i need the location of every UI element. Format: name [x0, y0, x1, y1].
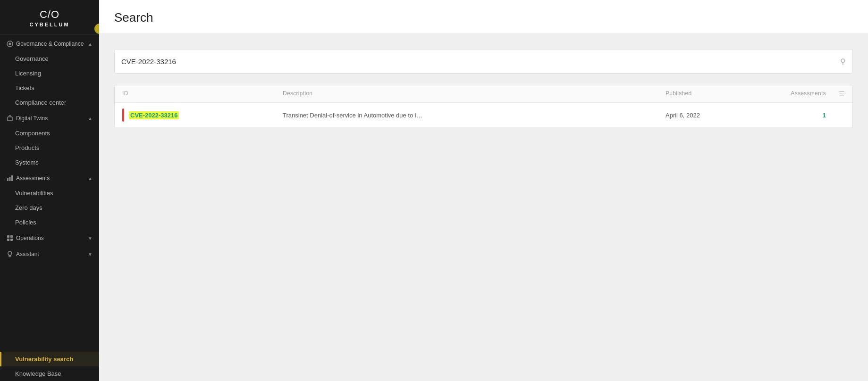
chevron-up-icon: ▲ [88, 116, 93, 121]
nav-group-label: Assessments [16, 175, 50, 182]
sidebar: C/O CYBELLUM ‹ Governance & Compliance ▲… [0, 0, 99, 381]
svg-point-1 [9, 43, 11, 45]
nav-group-label: Governance & Compliance [16, 41, 84, 47]
sidebar-item-policies[interactable]: Policies [0, 215, 99, 230]
assessments-icon [7, 175, 13, 182]
results-table: ID Description Published Assessments ☰ C… [114, 85, 853, 128]
nav-section-assistant: Assistant ▼ [0, 247, 99, 262]
sidebar-item-vulnerabilities[interactable]: Vulnerabilities [0, 186, 99, 200]
search-box: ⚲ [114, 49, 853, 74]
cve-id-link[interactable]: CVE-2022-33216 [129, 111, 179, 119]
table-header: ID Description Published Assessments ☰ [115, 85, 852, 103]
nav-group-operations[interactable]: Operations ▼ [0, 231, 99, 246]
logo-text: CYBELLUM [29, 22, 69, 27]
search-input[interactable] [121, 58, 836, 66]
severity-indicator [122, 108, 124, 122]
svg-rect-4 [9, 177, 11, 181]
svg-rect-8 [7, 239, 9, 241]
nav-group-assistant[interactable]: Assistant ▼ [0, 247, 99, 262]
logo-icon: C/O [40, 8, 59, 21]
governance-compliance-icon [7, 41, 13, 47]
row-assessments: 1 [750, 112, 826, 119]
col-header-assessments: Assessments [750, 90, 826, 98]
sidebar-item-vulnerability-search[interactable]: Vulnerability search [0, 352, 99, 366]
search-icon: ⚲ [840, 57, 846, 66]
nav-group-label: Assistant [16, 251, 39, 257]
svg-rect-9 [10, 239, 13, 241]
chevron-down-icon: ▼ [88, 252, 93, 257]
chevron-up-icon: ▲ [88, 41, 93, 47]
row-id-cell: CVE-2022-33216 [122, 108, 283, 122]
sidebar-item-compliance-center[interactable]: Compliance center [0, 95, 99, 110]
logo: C/O CYBELLUM [0, 0, 99, 34]
svg-rect-6 [7, 235, 9, 238]
sidebar-item-systems[interactable]: Systems [0, 155, 99, 170]
col-header-menu: ☰ [826, 90, 845, 98]
row-description: Transinet Denial-of-service in Automotiv… [283, 112, 666, 119]
page-header: Search [99, 0, 868, 34]
digital-twins-icon [7, 115, 13, 122]
row-published: April 6, 2022 [666, 112, 750, 119]
nav-group-label: Digital Twins [16, 115, 48, 122]
svg-rect-2 [8, 117, 12, 121]
svg-rect-3 [7, 178, 8, 181]
nav-section-governance-compliance: Governance & Compliance ▲ Governance Lic… [0, 36, 99, 110]
chevron-up-icon: ▲ [88, 176, 93, 181]
nav-group-label: Operations [16, 235, 44, 241]
sidebar-item-zero-days[interactable]: Zero days [0, 200, 99, 215]
operations-icon [7, 235, 13, 241]
nav-group-digital-twins[interactable]: Digital Twins ▲ [0, 111, 99, 126]
sidebar-item-knowledge-base[interactable]: Knowledge Base [0, 366, 99, 381]
col-header-published: Published [666, 90, 750, 98]
nav-group-assessments[interactable]: Assessments ▲ [0, 171, 99, 186]
chevron-down-icon: ▼ [88, 236, 93, 241]
svg-rect-7 [10, 235, 13, 238]
col-header-id: ID [122, 90, 283, 98]
table-row[interactable]: CVE-2022-33216 Transinet Denial-of-servi… [115, 103, 852, 128]
sidebar-item-governance[interactable]: Governance [0, 51, 99, 66]
sidebar-item-components[interactable]: Components [0, 126, 99, 141]
page-title: Search [114, 10, 853, 25]
nav-group-governance-compliance[interactable]: Governance & Compliance ▲ [0, 36, 99, 51]
sidebar-item-products[interactable]: Products [0, 141, 99, 155]
nav-section-assessments: Assessments ▲ Vulnerabilities Zero days … [0, 171, 99, 230]
sidebar-item-tickets[interactable]: Tickets [0, 81, 99, 95]
page-body: ⚲ ID Description Published Assessments ☰… [99, 34, 868, 381]
svg-rect-5 [11, 175, 13, 181]
nav-section-operations: Operations ▼ [0, 231, 99, 246]
assistant-icon [7, 251, 13, 257]
nav-section-digital-twins: Digital Twins ▲ Components Products Syst… [0, 111, 99, 170]
main-content: Search ⚲ ID Description Published Assess… [99, 0, 868, 381]
col-header-description: Description [283, 90, 666, 98]
sidebar-item-licensing[interactable]: Licensing [0, 66, 99, 81]
